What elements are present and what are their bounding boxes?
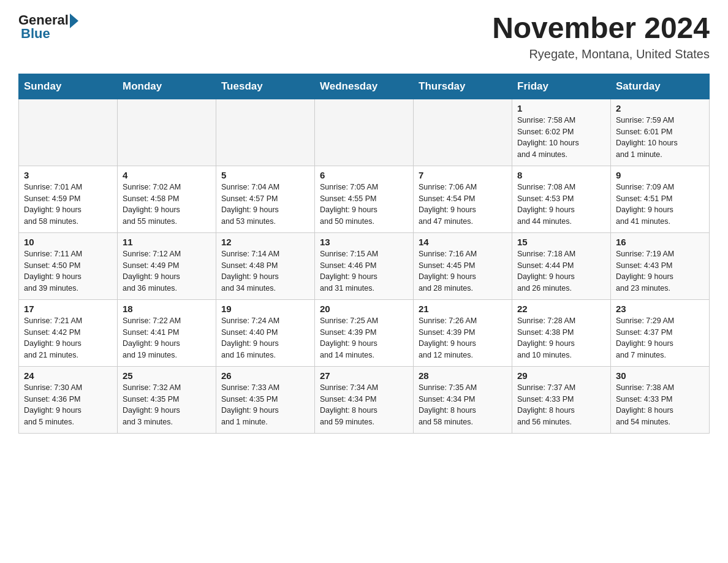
day-number: 18 [123,304,211,314]
day-number: 4 [123,170,211,180]
calendar-cell: 27Sunrise: 7:34 AM Sunset: 4:34 PM Dayli… [315,366,414,433]
calendar-cell: 23Sunrise: 7:29 AM Sunset: 4:37 PM Dayli… [611,299,710,366]
day-number: 27 [320,370,408,381]
day-info: Sunrise: 7:33 AM Sunset: 4:35 PM Dayligh… [221,382,309,428]
calendar-cell: 25Sunrise: 7:32 AM Sunset: 4:35 PM Dayli… [118,366,216,433]
day-info: Sunrise: 7:38 AM Sunset: 4:33 PM Dayligh… [616,382,704,428]
weekday-header-sunday: Sunday [19,74,118,99]
day-info: Sunrise: 7:29 AM Sunset: 4:37 PM Dayligh… [616,315,704,361]
calendar-cell: 1Sunrise: 7:58 AM Sunset: 6:02 PM Daylig… [512,99,611,166]
day-number: 14 [419,237,507,247]
day-info: Sunrise: 7:16 AM Sunset: 4:45 PM Dayligh… [419,248,507,294]
calendar-cell: 19Sunrise: 7:24 AM Sunset: 4:40 PM Dayli… [216,299,315,366]
calendar-cell: 7Sunrise: 7:06 AM Sunset: 4:54 PM Daylig… [414,166,512,232]
day-number: 11 [123,237,211,247]
calendar-cell: 24Sunrise: 7:30 AM Sunset: 4:36 PM Dayli… [19,366,118,433]
logo-blue-text: Blue [21,26,50,42]
calendar-cell: 30Sunrise: 7:38 AM Sunset: 4:33 PM Dayli… [611,366,710,433]
calendar-cell [216,99,315,166]
day-number: 7 [419,170,507,180]
day-info: Sunrise: 7:34 AM Sunset: 4:34 PM Dayligh… [320,382,408,428]
day-info: Sunrise: 7:18 AM Sunset: 4:44 PM Dayligh… [517,248,605,294]
calendar-cell: 17Sunrise: 7:21 AM Sunset: 4:42 PM Dayli… [19,299,118,366]
calendar-cell: 6Sunrise: 7:05 AM Sunset: 4:55 PM Daylig… [315,166,414,232]
day-number: 16 [616,237,704,247]
day-number: 6 [320,170,408,180]
calendar-cell: 16Sunrise: 7:19 AM Sunset: 4:43 PM Dayli… [611,232,710,299]
day-number: 22 [517,304,605,314]
calendar-cell: 20Sunrise: 7:25 AM Sunset: 4:39 PM Dayli… [315,299,414,366]
calendar-table: SundayMondayTuesdayWednesdayThursdayFrid… [18,74,710,434]
day-info: Sunrise: 7:12 AM Sunset: 4:49 PM Dayligh… [123,248,211,294]
day-number: 9 [616,170,704,180]
weekday-header-tuesday: Tuesday [216,74,315,99]
calendar-cell: 15Sunrise: 7:18 AM Sunset: 4:44 PM Dayli… [512,232,611,299]
calendar-cell: 2Sunrise: 7:59 AM Sunset: 6:01 PM Daylig… [611,99,710,166]
day-number: 8 [517,170,605,180]
calendar-cell: 5Sunrise: 7:04 AM Sunset: 4:57 PM Daylig… [216,166,315,232]
weekday-header-wednesday: Wednesday [315,74,414,99]
day-number: 30 [616,370,704,381]
day-number: 13 [320,237,408,247]
calendar-header-row: SundayMondayTuesdayWednesdayThursdayFrid… [19,74,710,99]
day-number: 17 [24,304,112,314]
day-info: Sunrise: 7:35 AM Sunset: 4:34 PM Dayligh… [419,382,507,428]
day-info: Sunrise: 7:30 AM Sunset: 4:36 PM Dayligh… [24,382,112,428]
day-number: 10 [24,237,112,247]
calendar-cell: 21Sunrise: 7:26 AM Sunset: 4:39 PM Dayli… [414,299,512,366]
day-number: 26 [221,370,309,381]
day-number: 19 [221,304,309,314]
day-number: 23 [616,304,704,314]
calendar-cell: 3Sunrise: 7:01 AM Sunset: 4:59 PM Daylig… [19,166,118,232]
page-header: General Blue November 2024 Ryegate, Mont… [18,12,710,61]
calendar-cell: 18Sunrise: 7:22 AM Sunset: 4:41 PM Dayli… [118,299,216,366]
day-info: Sunrise: 7:21 AM Sunset: 4:42 PM Dayligh… [24,315,112,361]
day-info: Sunrise: 7:25 AM Sunset: 4:39 PM Dayligh… [320,315,408,361]
calendar-week-row: 24Sunrise: 7:30 AM Sunset: 4:36 PM Dayli… [19,366,710,433]
day-info: Sunrise: 7:24 AM Sunset: 4:40 PM Dayligh… [221,315,309,361]
weekday-header-monday: Monday [118,74,216,99]
day-info: Sunrise: 7:06 AM Sunset: 4:54 PM Dayligh… [419,182,507,228]
day-info: Sunrise: 7:11 AM Sunset: 4:50 PM Dayligh… [24,248,112,294]
calendar-cell [414,99,512,166]
day-info: Sunrise: 7:32 AM Sunset: 4:35 PM Dayligh… [123,382,211,428]
day-number: 25 [123,370,211,381]
calendar-cell: 12Sunrise: 7:14 AM Sunset: 4:48 PM Dayli… [216,232,315,299]
weekday-header-saturday: Saturday [611,74,710,99]
day-info: Sunrise: 7:08 AM Sunset: 4:53 PM Dayligh… [517,182,605,228]
day-number: 1 [517,103,605,113]
day-info: Sunrise: 7:09 AM Sunset: 4:51 PM Dayligh… [616,182,704,228]
calendar-week-row: 3Sunrise: 7:01 AM Sunset: 4:59 PM Daylig… [19,166,710,232]
day-number: 29 [517,370,605,381]
calendar-cell: 11Sunrise: 7:12 AM Sunset: 4:49 PM Dayli… [118,232,216,299]
location-text: Ryegate, Montana, United States [492,47,710,61]
calendar-week-row: 1Sunrise: 7:58 AM Sunset: 6:02 PM Daylig… [19,99,710,166]
day-info: Sunrise: 7:19 AM Sunset: 4:43 PM Dayligh… [616,248,704,294]
month-title: November 2024 [492,12,710,45]
calendar-cell: 14Sunrise: 7:16 AM Sunset: 4:45 PM Dayli… [414,232,512,299]
calendar-week-row: 10Sunrise: 7:11 AM Sunset: 4:50 PM Dayli… [19,232,710,299]
day-number: 21 [419,304,507,314]
calendar-cell: 29Sunrise: 7:37 AM Sunset: 4:33 PM Dayli… [512,366,611,433]
calendar-cell: 10Sunrise: 7:11 AM Sunset: 4:50 PM Dayli… [19,232,118,299]
day-info: Sunrise: 7:04 AM Sunset: 4:57 PM Dayligh… [221,182,309,228]
day-number: 15 [517,237,605,247]
day-info: Sunrise: 7:26 AM Sunset: 4:39 PM Dayligh… [419,315,507,361]
logo: General Blue [18,12,78,42]
day-number: 28 [419,370,507,381]
calendar-cell: 26Sunrise: 7:33 AM Sunset: 4:35 PM Dayli… [216,366,315,433]
day-number: 24 [24,370,112,381]
weekday-header-thursday: Thursday [414,74,512,99]
day-info: Sunrise: 7:58 AM Sunset: 6:02 PM Dayligh… [517,115,605,161]
calendar-cell: 22Sunrise: 7:28 AM Sunset: 4:38 PM Dayli… [512,299,611,366]
calendar-cell: 13Sunrise: 7:15 AM Sunset: 4:46 PM Dayli… [315,232,414,299]
weekday-header-friday: Friday [512,74,611,99]
logo-arrow-icon [70,13,78,28]
calendar-cell: 9Sunrise: 7:09 AM Sunset: 4:51 PM Daylig… [611,166,710,232]
calendar-cell [315,99,414,166]
calendar-cell: 28Sunrise: 7:35 AM Sunset: 4:34 PM Dayli… [414,366,512,433]
day-info: Sunrise: 7:01 AM Sunset: 4:59 PM Dayligh… [24,182,112,228]
calendar-cell [118,99,216,166]
calendar-cell [19,99,118,166]
day-number: 2 [616,103,704,113]
